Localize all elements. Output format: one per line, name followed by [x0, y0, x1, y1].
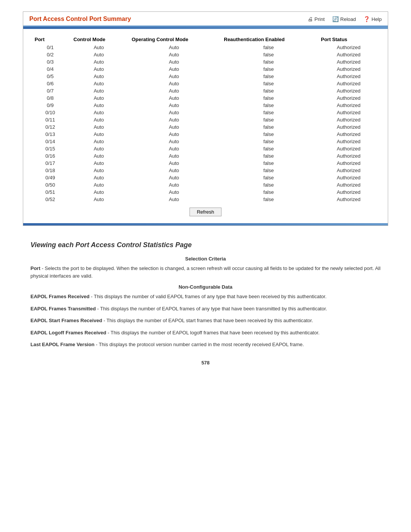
table-row: 0/52AutoAutofalseAuthorized — [31, 196, 380, 203]
table-cell-4: Authorized — [317, 189, 380, 196]
table-row: 0/5AutoAutofalseAuthorized — [31, 73, 380, 80]
table-cell-2: Auto — [128, 189, 220, 196]
table-row: 0/6AutoAutofalseAuthorized — [31, 80, 380, 87]
table-row: 0/14AutoAutofalseAuthorized — [31, 138, 380, 145]
table-row: 0/18AutoAutofalseAuthorized — [31, 167, 380, 174]
table-cell-3: false — [220, 145, 317, 152]
table-cell-4: Authorized — [317, 167, 380, 174]
table-cell-2: Auto — [128, 51, 220, 58]
table-cell-0: 0/5 — [31, 73, 70, 80]
table-cell-1: Auto — [70, 58, 128, 66]
table-cell-1: Auto — [70, 73, 128, 80]
table-cell-2: Auto — [128, 94, 220, 102]
table-cell-4: Authorized — [317, 116, 380, 123]
reload-label: Reload — [340, 16, 356, 22]
table-cell-0: 0/52 — [31, 196, 70, 203]
table-cell-0: 0/1 — [31, 44, 70, 51]
table-cell-1: Auto — [70, 189, 128, 196]
table-cell-3: false — [220, 123, 317, 131]
table-cell-3: false — [220, 138, 317, 145]
table-cell-2: Auto — [128, 80, 220, 87]
table-cell-0: 0/6 — [31, 80, 70, 87]
table-cell-3: false — [220, 87, 317, 94]
table-cell-4: Authorized — [317, 138, 380, 145]
table-row: 0/1AutoAutofalseAuthorized — [31, 44, 380, 51]
table-header-row: Port Control Mode Operating Control Mode… — [31, 35, 380, 44]
table-cell-3: false — [220, 196, 317, 203]
doc-field-label: EAPOL Logoff Frames Received — [30, 330, 106, 335]
table-cell-4: Authorized — [317, 44, 380, 51]
table-cell-2: Auto — [128, 87, 220, 94]
table-cell-2: Auto — [128, 102, 220, 109]
selection-criteria-subtitle: Selection Criteria — [30, 256, 381, 262]
table-cell-3: false — [220, 160, 317, 167]
table-cell-2: Auto — [128, 145, 220, 152]
table-row: 0/10AutoAutofalseAuthorized — [31, 109, 380, 116]
table-cell-1: Auto — [70, 160, 128, 167]
table-cell-4: Authorized — [317, 109, 380, 116]
doc-title: Viewing each Port Access Control Statist… — [30, 241, 381, 249]
table-cell-4: Authorized — [317, 80, 380, 87]
table-row: 0/15AutoAutofalseAuthorized — [31, 145, 380, 152]
table-row: 0/51AutoAutofalseAuthorized — [31, 189, 380, 196]
table-cell-4: Authorized — [317, 51, 380, 58]
reload-button[interactable]: 🔄 Reload — [332, 16, 356, 22]
table-cell-1: Auto — [70, 44, 128, 51]
doc-field-desc: - This displays the protocol version num… — [94, 342, 304, 347]
table-cell-0: 0/16 — [31, 152, 70, 160]
table-cell-0: 0/4 — [31, 66, 70, 73]
col-header-reauth: Reauthentication Enabled — [220, 35, 317, 44]
table-row: 0/49AutoAutofalseAuthorized — [31, 174, 380, 181]
table-cell-1: Auto — [70, 109, 128, 116]
table-cell-1: Auto — [70, 131, 128, 138]
table-cell-2: Auto — [128, 109, 220, 116]
table-cell-1: Auto — [70, 167, 128, 174]
table-cell-4: Authorized — [317, 145, 380, 152]
doc-field-desc: - This displays the number of valid EAPO… — [89, 294, 327, 299]
table-cell-4: Authorized — [317, 181, 380, 189]
table-cell-2: Auto — [128, 196, 220, 203]
table-cell-1: Auto — [70, 181, 128, 189]
table-cell-1: Auto — [70, 51, 128, 58]
table-cell-3: false — [220, 152, 317, 160]
table-cell-4: Authorized — [317, 123, 380, 131]
page-number: 578 — [30, 360, 381, 366]
print-label: Print — [314, 16, 325, 22]
table-cell-2: Auto — [128, 152, 220, 160]
table-cell-3: false — [220, 102, 317, 109]
table-cell-4: Authorized — [317, 174, 380, 181]
table-cell-0: 0/49 — [31, 174, 70, 181]
table-cell-2: Auto — [128, 123, 220, 131]
table-cell-3: false — [220, 58, 317, 66]
doc-field-label: EAPOL Frames Received — [30, 294, 89, 299]
table-row: 0/8AutoAutofalseAuthorized — [31, 94, 380, 102]
table-cell-1: Auto — [70, 87, 128, 94]
table-cell-3: false — [220, 51, 317, 58]
non-configurable-subtitle: Non-Configurable Data — [30, 284, 381, 290]
help-label: Help — [371, 16, 382, 22]
panel-title: Port Access Control Port Summary — [29, 16, 131, 22]
refresh-button[interactable]: Refresh — [190, 208, 221, 216]
doc-field-desc: - This displays the number of EAPOL logo… — [106, 330, 320, 335]
table-cell-4: Authorized — [317, 66, 380, 73]
table-cell-0: 0/9 — [31, 102, 70, 109]
table-cell-0: 0/3 — [31, 58, 70, 66]
reload-icon: 🔄 — [332, 16, 339, 22]
table-cell-0: 0/14 — [31, 138, 70, 145]
table-cell-4: Authorized — [317, 131, 380, 138]
doc-field-label: EAPOL Start Frames Received — [30, 318, 102, 323]
table-cell-2: Auto — [128, 138, 220, 145]
doc-field-label: Last EAPOL Frame Version — [30, 342, 94, 347]
table-cell-1: Auto — [70, 174, 128, 181]
table-cell-3: false — [220, 66, 317, 73]
table-cell-2: Auto — [128, 167, 220, 174]
table-cell-4: Authorized — [317, 102, 380, 109]
print-button[interactable]: 🖨 Print — [307, 16, 325, 22]
table-cell-3: false — [220, 181, 317, 189]
help-button[interactable]: ❓ Help — [363, 16, 382, 22]
table-row: 0/16AutoAutofalseAuthorized — [31, 152, 380, 160]
table-cell-3: false — [220, 167, 317, 174]
table-cell-4: Authorized — [317, 73, 380, 80]
table-row: 0/4AutoAutofalseAuthorized — [31, 66, 380, 73]
table-cell-0: 0/15 — [31, 145, 70, 152]
